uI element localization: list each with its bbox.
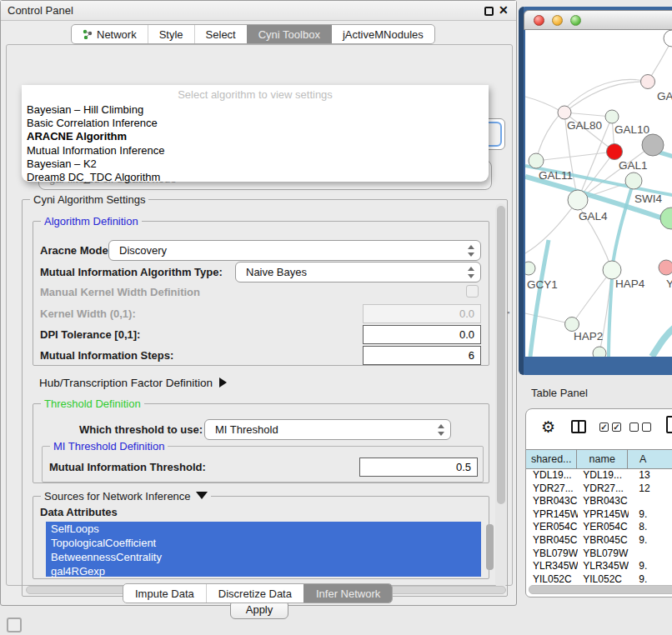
node-gray[interactable] xyxy=(642,134,664,156)
hub-definition-expander[interactable]: Hub/Transcription Factor Definition xyxy=(39,377,227,389)
table-row[interactable]: YBR045CYBR045C9. xyxy=(526,534,672,548)
table-row[interactable]: YER054CYER054C8. xyxy=(526,521,672,534)
collapsed-panel-button[interactable] xyxy=(7,618,22,632)
mac-close-icon[interactable] xyxy=(534,15,544,26)
node-gal-partial[interactable] xyxy=(641,75,655,89)
attribute-item[interactable]: BetweennessCentrality xyxy=(46,550,481,564)
tab-label: Select xyxy=(206,28,236,41)
close-icon[interactable]: ✕ xyxy=(499,3,509,17)
mi-threshold-definition-group: MI Threshold Definition Mutual Informati… xyxy=(42,446,484,482)
cyni-algorithm-settings-group: Cyni Algorithm Settings Algorithm Defini… xyxy=(22,199,508,597)
node-partial-top[interactable] xyxy=(664,30,672,47)
algorithm-option[interactable]: Bayesian – K2 xyxy=(25,158,485,171)
attribute-item[interactable]: gal4RGexp xyxy=(46,564,481,577)
mac-minimize-icon[interactable] xyxy=(552,15,563,26)
algorithm-option[interactable]: ARACNE Algorithm xyxy=(25,130,485,143)
tab-select[interactable]: Select xyxy=(194,25,247,43)
table-cell xyxy=(629,495,672,508)
algorithm-option[interactable]: Bayesian – Hill Climbing xyxy=(25,103,485,117)
table-cell: YLR345W xyxy=(526,560,578,573)
expand-right-icon xyxy=(219,378,227,388)
manual-kernel-checkbox[interactable] xyxy=(466,285,479,298)
checked-box-icon: ✓ xyxy=(599,422,609,432)
node-gal10[interactable] xyxy=(605,110,619,123)
tab-network[interactable]: Network xyxy=(72,25,148,43)
attribute-item[interactable]: TopologicalCoefficient xyxy=(46,536,481,550)
table-row[interactable]: YLR345WYLR345W9. xyxy=(526,560,672,573)
node-partial-bottom[interactable] xyxy=(593,347,606,357)
column-header[interactable]: shared... xyxy=(526,450,577,468)
data-attributes-list[interactable]: SelfLoopsTopologicalCoefficientBetweenne… xyxy=(46,522,481,577)
algorithm-option[interactable]: Dream8 DC_TDC Algorithm xyxy=(25,171,485,184)
node-gal80[interactable] xyxy=(558,106,571,119)
column-header[interactable]: name xyxy=(577,450,628,468)
algorithm-option[interactable]: Mutual Information Inference xyxy=(25,144,485,158)
node-gal1[interactable] xyxy=(607,144,623,160)
gear-icon[interactable]: ⚙ xyxy=(541,418,555,437)
tab-jactivemnodules[interactable]: jActiveMNodules xyxy=(331,25,434,43)
control-panel-window: Control Panel ✕ NetworkStyleSelectCyni T… xyxy=(0,0,517,606)
table-row[interactable]: YBL079WYBL079W xyxy=(526,548,672,561)
window-title: Control Panel xyxy=(8,4,73,17)
node-gcy1[interactable] xyxy=(525,262,535,275)
table-cell: YER054C xyxy=(526,521,578,534)
split-pane-handle[interactable]: ▪ xyxy=(507,308,509,317)
threshold-definition-group: Threshold Definition Which threshold to … xyxy=(33,403,489,483)
table-cell: YLR345W xyxy=(578,560,629,573)
settings-vertical-scrollbar[interactable] xyxy=(495,203,506,588)
table-cell: 9. xyxy=(629,508,672,522)
which-threshold-combo[interactable]: MI Threshold xyxy=(204,419,451,440)
node-hap2[interactable] xyxy=(565,318,579,332)
attributes-scrollbar-thumb[interactable] xyxy=(486,524,494,570)
node-swi4-label: SWI4 xyxy=(634,192,662,205)
kernel-width-field[interactable]: 0.0 xyxy=(363,304,481,323)
table-row[interactable]: YBR043CYBR043C xyxy=(526,495,672,508)
split-columns-icon[interactable] xyxy=(571,420,586,433)
node-green-right[interactable] xyxy=(660,208,672,229)
tab-cyni-toolbox[interactable]: Cyni Toolbox xyxy=(247,25,331,43)
clear-all-checks-icon[interactable] xyxy=(629,422,651,432)
node-pink-right-label: Y xyxy=(666,278,672,290)
table-cell: YBL079W xyxy=(578,548,629,561)
table-row[interactable]: YDL19...YDL19...13 xyxy=(526,469,672,482)
tab-discretize-data[interactable]: Discretize Data xyxy=(206,584,303,602)
table-row[interactable]: YDR27...YDR27...12 xyxy=(526,482,672,496)
node-hap4-label: HAP4 xyxy=(615,278,645,290)
node-hap4[interactable] xyxy=(603,261,621,279)
algorithm-dropdown-overlay: Select algorithm to view settings Bayesi… xyxy=(22,85,489,182)
tab-label: Network xyxy=(97,28,137,41)
node-swi4[interactable] xyxy=(625,172,642,189)
dpi-tolerance-field[interactable]: 0.0 xyxy=(363,325,481,344)
table-cell: 9. xyxy=(629,534,672,548)
table-row[interactable]: YIL052CYIL052C9. xyxy=(526,573,672,584)
export-table-icon[interactable] xyxy=(666,416,672,433)
network-window-titlebar[interactable] xyxy=(524,10,672,30)
mi-threshold-field[interactable]: 0.5 xyxy=(359,458,478,477)
table-cell: YPR145W xyxy=(526,508,578,522)
tab-label: jActiveMNodules xyxy=(343,28,424,41)
mi-type-combo[interactable]: Naive Bayes xyxy=(235,262,481,282)
table-cell: YBR045C xyxy=(578,534,629,548)
column-header[interactable]: A xyxy=(628,450,672,468)
table-row[interactable]: YPR145WYPR145W9. xyxy=(526,508,672,522)
table-cell: 8. xyxy=(629,521,672,534)
scrollbar-thumb[interactable] xyxy=(497,206,505,504)
bottom-tabbar: Impute DataDiscretize DataInfer Network xyxy=(123,583,393,603)
algorithm-option[interactable]: Basic Correlation Inference xyxy=(25,117,485,130)
table-header-row: shared...nameA xyxy=(526,449,672,469)
mac-zoom-icon[interactable] xyxy=(570,15,581,26)
node-pink-right[interactable] xyxy=(659,260,672,275)
sources-collapser[interactable]: Sources for Network Inference xyxy=(41,490,211,502)
mi-steps-field[interactable]: 6 xyxy=(363,346,481,365)
attribute-item[interactable]: SelfLoops xyxy=(46,522,481,536)
node-gal4[interactable] xyxy=(568,190,588,210)
tab-infer-network[interactable]: Infer Network xyxy=(303,584,392,602)
select-all-checks-icon[interactable]: ✓ ✓ xyxy=(599,422,621,432)
tab-style[interactable]: Style xyxy=(148,25,194,43)
float-window-icon[interactable] xyxy=(484,7,494,16)
node-gal11[interactable] xyxy=(529,153,544,168)
table-horizontal-scrollbar[interactable] xyxy=(529,585,672,594)
network-canvas[interactable]: GALGAL80GAL10GAL1GAL11SWI4GAL4GCY1HAP4YH… xyxy=(525,30,672,357)
tab-impute-data[interactable]: Impute Data xyxy=(123,584,206,602)
aracne-mode-combo[interactable]: Discovery xyxy=(108,240,481,261)
